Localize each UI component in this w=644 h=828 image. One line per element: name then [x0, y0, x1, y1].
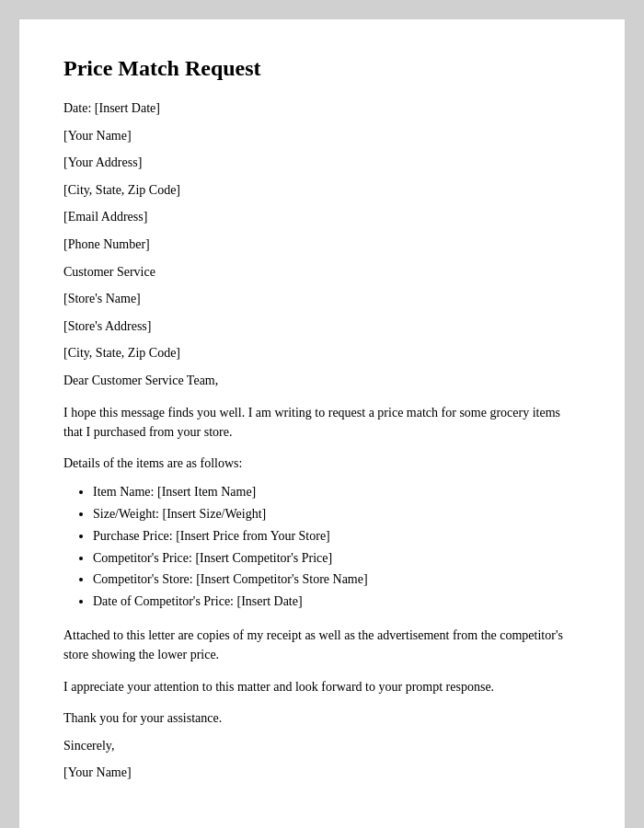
list-item: Competitor's Price: [Insert Competitor's… [93, 547, 581, 569]
list-item: Item Name: [Insert Item Name] [93, 481, 581, 503]
document-container: Price Match Request Date: [Insert Date] … [18, 18, 626, 828]
recipient-department: Customer Service [63, 263, 581, 282]
intro-paragraph: I hope this message finds you well. I am… [63, 403, 581, 442]
recipient-store-name: [Store's Name] [63, 290, 581, 308]
salutation-line: Sincerely, [63, 737, 581, 755]
appreciation-paragraph: I appreciate your attention to this matt… [63, 677, 581, 696]
thanks-line: Thank you for your assistance. [63, 709, 581, 728]
date-field: Date: [Insert Date] [63, 99, 581, 118]
list-item: Date of Competitor's Price: [Insert Date… [93, 591, 581, 613]
greeting-line: Dear Customer Service Team, [63, 372, 581, 390]
document-title: Price Match Request [63, 56, 581, 81]
details-label: Details of the items are as follows: [63, 454, 581, 473]
recipient-city-state-zip: [City, State, Zip Code] [63, 344, 581, 362]
closing-name-field: [Your Name] [63, 764, 581, 782]
bullet-list: Item Name: [Insert Item Name]Size/Weight… [63, 481, 581, 613]
sender-phone-field: [Phone Number] [63, 236, 581, 254]
list-item: Competitor's Store: [Insert Competitor's… [93, 569, 581, 591]
list-item: Size/Weight: [Insert Size/Weight] [93, 503, 581, 525]
sender-city-state-zip-field: [City, State, Zip Code] [63, 181, 581, 200]
sender-email-field: [Email Address] [63, 208, 581, 226]
list-item: Purchase Price: [Insert Price from Your … [93, 525, 581, 547]
recipient-store-address: [Store's Address] [63, 317, 581, 336]
sender-name-field: [Your Name] [63, 127, 581, 145]
sender-address-field: [Your Address] [63, 154, 581, 172]
attachments-paragraph: Attached to this letter are copies of my… [63, 626, 581, 664]
